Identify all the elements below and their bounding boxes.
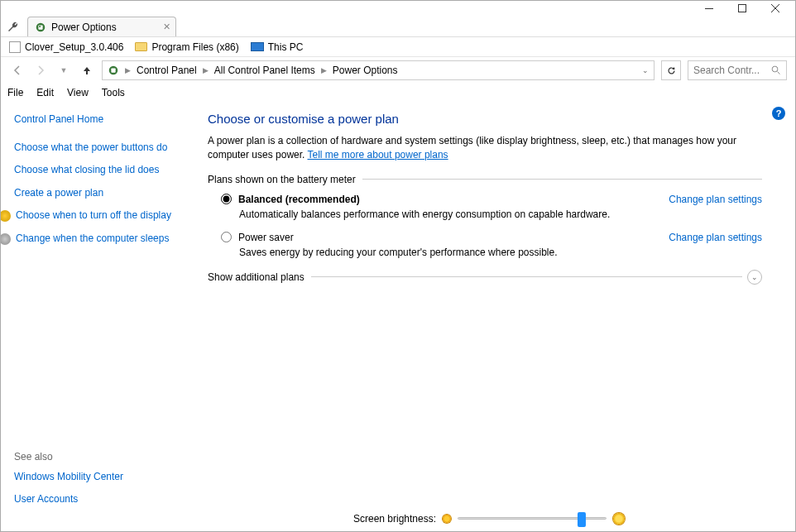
divider [311,276,742,277]
change-plan-settings-link[interactable]: Change plan settings [669,194,762,205]
address-dropdown-icon[interactable]: ⌄ [642,66,649,74]
shield-icon [0,233,11,245]
svg-line-10 [778,72,780,74]
plan-name: Power saver [238,232,294,243]
search-placeholder: Search Contr... [693,65,760,76]
intro-paragraph: A power plan is a collection of hardware… [208,134,762,162]
sun-dim-icon [443,515,451,523]
folder-icon [135,42,147,51]
address-bar[interactable]: ▶ Control Panel ▶ All Control Panel Item… [102,60,655,80]
maximize-button[interactable] [726,2,759,15]
menu-tools[interactable]: Tools [102,87,125,98]
brightness-slider[interactable] [458,513,607,525]
sidebar: Control Panel Home Choose what the power… [1,102,183,531]
bookmark-clover-setup[interactable]: Clover_Setup_3.0.406 [9,41,123,53]
expand-button[interactable]: ⌄ [747,270,762,285]
change-plan-settings-link[interactable]: Change plan settings [669,232,762,243]
bookmarks-bar: Clover_Setup_3.0.406 Program Files (x86)… [1,37,795,57]
svg-rect-1 [739,5,746,12]
pc-icon [251,42,264,51]
shield-icon [0,210,11,222]
tab-close-icon[interactable]: ✕ [163,22,170,32]
plan-radio-power-saver[interactable]: Power saver [221,232,294,243]
chevron-right-icon[interactable]: ▶ [203,66,209,74]
intro-link[interactable]: Tell me more about power plans [308,149,448,161]
plan-radio-balanced[interactable]: Balanced (recommended) [221,194,360,205]
bookmark-program-files[interactable]: Program Files (x86) [135,41,238,53]
plan-description: Saves energy by reducing your computer's… [239,247,762,258]
refresh-button[interactable] [661,60,681,80]
sidebar-link-create-plan[interactable]: Create a power plan [14,187,173,200]
svg-rect-6 [39,26,41,27]
sidebar-link-power-buttons[interactable]: Choose what the power buttons do [14,141,173,155]
help-button[interactable]: ? [772,107,785,120]
see-also-heading: See also [14,451,173,463]
svg-rect-0 [705,8,713,9]
file-icon [9,41,21,53]
power-options-icon [35,22,46,33]
bookmark-label: Program Files (x86) [151,41,238,53]
divider [362,179,762,180]
bookmark-label: Clover_Setup_3.0.406 [25,41,123,53]
tab-label: Power Options [51,22,117,33]
brightness-label: Screen brightness: [353,513,436,525]
sidebar-seealso-user-accounts[interactable]: User Accounts [14,493,173,506]
group-battery-plans: Plans shown on the battery meter [208,174,762,185]
menu-file[interactable]: File [7,87,23,98]
breadcrumb-power-options[interactable]: Power Options [333,65,398,76]
tab-strip: Power Options ✕ [1,16,795,37]
plan-balanced: Balanced (recommended) Change plan setti… [221,194,762,220]
plan-name: Balanced (recommended) [238,194,360,205]
plan-power-saver: Power saver Change plan settings Saves e… [221,232,762,258]
wrench-icon[interactable] [4,18,22,36]
power-options-icon [108,65,119,76]
forward-button[interactable] [32,62,49,79]
sidebar-seealso-mobility[interactable]: Windows Mobility Center [14,471,173,484]
search-icon [771,65,781,75]
breadcrumb-control-panel[interactable]: Control Panel [137,65,197,76]
bookmark-this-pc[interactable]: This PC [251,41,304,53]
sidebar-link-computer-sleeps[interactable]: Change when the computer sleeps [16,232,169,246]
svg-point-9 [772,66,778,72]
close-button[interactable] [759,2,792,15]
slider-thumb[interactable] [578,512,586,527]
address-row: ▼ ▶ Control Panel ▶ All Control Panel It… [1,57,795,84]
chevron-right-icon[interactable]: ▶ [321,66,327,74]
sidebar-link-turn-off-display[interactable]: Choose when to turn off the display [16,209,171,223]
back-button[interactable] [9,62,26,79]
breadcrumb-all-items[interactable]: All Control Panel Items [214,65,315,76]
menu-bar: File Edit View Tools [1,84,795,102]
plan-description: Automatically balances performance with … [239,208,762,220]
main-panel: ? Choose or customise a power plan A pow… [183,102,795,531]
bookmark-label: This PC [268,41,304,53]
radio-input[interactable] [221,194,232,204]
menu-edit[interactable]: Edit [36,87,54,98]
up-button[interactable] [79,62,95,79]
menu-view[interactable]: View [67,87,89,98]
recent-dropdown[interactable]: ▼ [55,62,72,79]
chevron-right-icon[interactable]: ▶ [125,66,131,74]
group-label: Plans shown on the battery meter [208,174,356,185]
sun-bright-icon [613,513,625,525]
search-input[interactable]: Search Contr... [688,60,787,80]
intro-text: A power plan is a collection of hardware… [208,135,736,161]
radio-input[interactable] [221,232,232,242]
brightness-control: Screen brightness: [353,513,625,525]
group-additional-plans: Show additional plans ⌄ [208,270,762,285]
tab-power-options[interactable]: Power Options ✕ [27,17,176,36]
minimize-button[interactable] [693,2,726,15]
window-titlebar [1,1,795,16]
group-label: Show additional plans [208,271,304,283]
sidebar-home[interactable]: Control Panel Home [14,113,173,127]
sidebar-link-closing-lid[interactable]: Choose what closing the lid does [14,164,173,177]
svg-rect-8 [111,68,115,72]
content-area: Control Panel Home Choose what the power… [1,102,795,531]
page-heading: Choose or customise a power plan [208,112,762,126]
